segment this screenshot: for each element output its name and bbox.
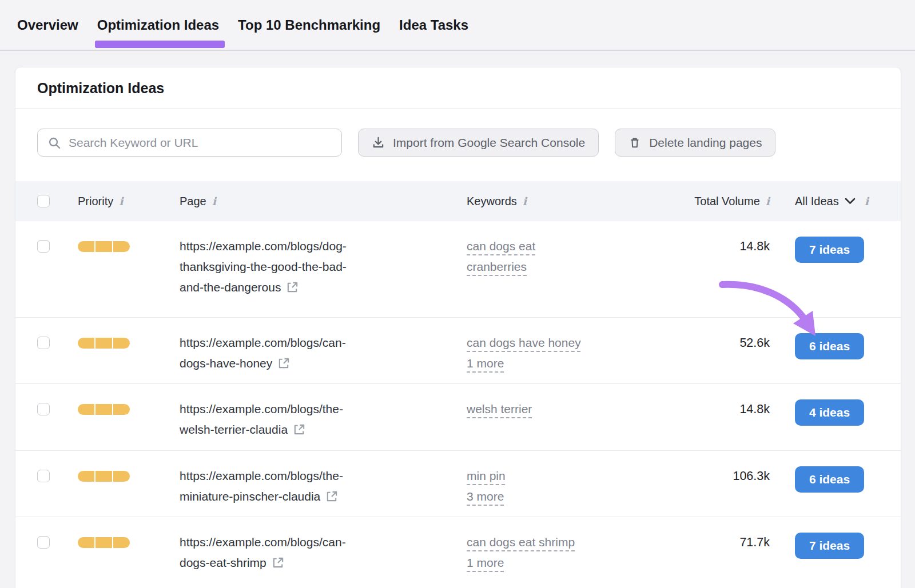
tab-idea-tasks[interactable]: Idea Tasks (399, 17, 468, 33)
download-icon (372, 136, 385, 149)
search-icon (47, 136, 61, 150)
page-url[interactable]: https://example.com/blogs/can-dogs-eat-s… (180, 535, 346, 569)
more-keywords-link[interactable]: 1 more (467, 353, 504, 374)
ideas-button[interactable]: 4 ideas (795, 399, 864, 426)
trash-icon (628, 136, 641, 149)
column-header-page: Page (180, 195, 206, 208)
column-header-keywords: Keywords (467, 195, 517, 208)
keyword-link[interactable]: can dogs eat shrimp (467, 535, 575, 549)
keyword-link[interactable]: can dogs eat cranberries (467, 239, 535, 273)
top-tab-bar: Overview Optimization Ideas Top 10 Bench… (0, 0, 915, 51)
column-header-priority: Priority (78, 195, 113, 208)
ideas-button[interactable]: 6 ideas (795, 333, 864, 359)
priority-indicator (78, 471, 180, 482)
external-link-icon[interactable] (286, 281, 299, 294)
tab-top-10-benchmarking[interactable]: Top 10 Benchmarking (238, 17, 380, 33)
keyword-link[interactable]: welsh terrier (467, 402, 532, 415)
page-url[interactable]: https://example.com/blogs/dog-thanksgivi… (180, 239, 347, 294)
row-checkbox[interactable] (37, 337, 50, 349)
select-all-checkbox[interactable] (37, 195, 50, 207)
table-row: https://example.com/blogs/the-welsh-terr… (15, 383, 901, 450)
search-input[interactable] (69, 136, 332, 150)
search-box[interactable] (37, 129, 342, 157)
import-gsc-label: Import from Google Search Console (393, 136, 585, 150)
row-checkbox[interactable] (37, 240, 50, 253)
info-icon[interactable]: i (119, 196, 123, 207)
priority-indicator (78, 404, 180, 415)
chevron-down-icon[interactable] (845, 198, 856, 205)
external-link-icon[interactable] (293, 423, 306, 436)
ideas-button[interactable]: 7 ideas (795, 533, 864, 559)
info-icon[interactable]: i (865, 196, 869, 207)
row-checkbox[interactable] (37, 536, 50, 549)
column-header-total-volume: Total Volume (694, 195, 760, 208)
import-gsc-button[interactable]: Import from Google Search Console (358, 129, 599, 157)
priority-indicator (78, 537, 180, 548)
more-keywords-link[interactable]: 3 more (467, 486, 504, 507)
table-row: https://example.com/blogs/dog-thanksgivi… (15, 221, 901, 317)
total-volume-value: 71.7k (640, 532, 770, 550)
optimization-ideas-panel: Optimization Ideas Import from Google Se… (15, 67, 901, 588)
external-link-icon[interactable] (272, 556, 285, 569)
info-icon[interactable]: i (212, 196, 216, 207)
priority-indicator (78, 241, 180, 252)
keyword-link[interactable]: can dogs have honey (467, 336, 581, 349)
table-row: https://example.com/blogs/the-miniature-… (15, 450, 901, 517)
external-link-icon[interactable] (277, 357, 291, 370)
row-checkbox[interactable] (37, 403, 50, 415)
table-header-row: Priority i Page i Keywords i Total Volum… (15, 181, 901, 221)
priority-indicator (78, 338, 180, 349)
tab-optimization-ideas[interactable]: Optimization Ideas (97, 17, 219, 33)
delete-landing-pages-button[interactable]: Delete landing pages (615, 129, 775, 157)
page-url[interactable]: https://example.com/blogs/the-miniature-… (180, 469, 343, 503)
table-row: https://example.com/blogs/can-dogs-eat-s… (15, 517, 901, 588)
more-keywords-link[interactable]: 1 more (467, 553, 504, 573)
row-checkbox[interactable] (37, 470, 50, 482)
toolbar: Import from Google Search Console Delete… (37, 129, 879, 157)
ideas-button[interactable]: 7 ideas (795, 237, 864, 263)
page-url[interactable]: https://example.com/blogs/the-welsh-terr… (180, 402, 343, 436)
external-link-icon[interactable] (325, 490, 339, 503)
info-icon[interactable]: i (766, 196, 770, 207)
ideas-button[interactable]: 6 ideas (795, 466, 864, 493)
column-header-all-ideas[interactable]: All Ideas (795, 195, 839, 208)
table-row: https://example.com/blogs/can-dogs-have-… (15, 317, 901, 383)
total-volume-value: 14.8k (640, 399, 770, 417)
total-volume-value: 106.3k (640, 466, 770, 483)
delete-landing-pages-label: Delete landing pages (649, 136, 762, 150)
tab-overview[interactable]: Overview (17, 17, 78, 33)
keyword-link[interactable]: min pin (467, 469, 506, 482)
page-url[interactable]: https://example.com/blogs/can-dogs-have-… (180, 336, 346, 370)
total-volume-value: 52.6k (640, 333, 770, 350)
info-icon[interactable]: i (523, 196, 527, 207)
panel-header: Optimization Ideas (15, 67, 901, 109)
page-title: Optimization Ideas (37, 80, 879, 97)
total-volume-value: 14.8k (640, 236, 770, 254)
